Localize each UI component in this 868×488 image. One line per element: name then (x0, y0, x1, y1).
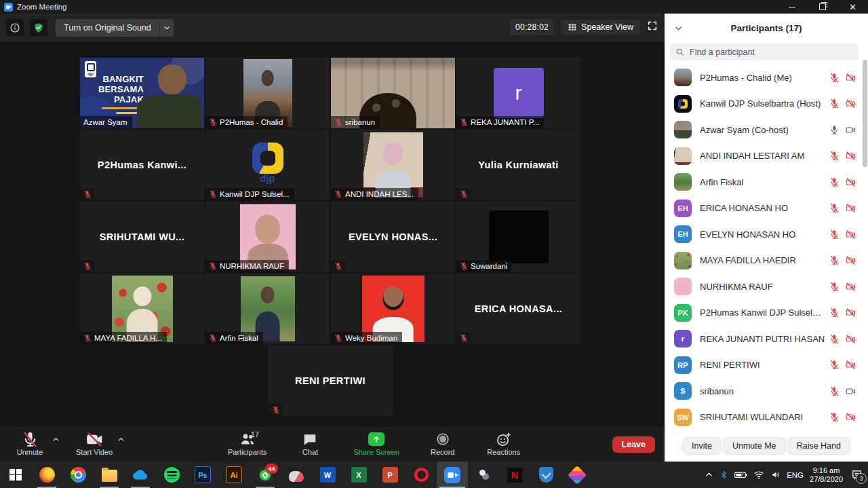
netflix-taskbar-icon[interactable]: N (499, 462, 530, 488)
video-tile-maya-fadilla-h[interactable]: MAYA FADILLA H... (80, 274, 204, 344)
participant-row-azwar-syam-co-host[interactable]: Azwar Syam (Co-host) (665, 117, 863, 143)
paint-tool-taskbar-icon[interactable] (281, 462, 312, 488)
participant-row-p2humas-kanwil-djp-sulselbartra[interactable]: PKP2Humas Kanwil DJP Sulselbartra (665, 300, 863, 326)
video-tile-arfin-fiskal[interactable]: Arfin Fiskal (205, 274, 330, 344)
unmute-button[interactable]: Unmute (9, 430, 50, 457)
spotify-taskbar-icon[interactable] (156, 462, 187, 488)
zoom-taskbar-icon[interactable] (437, 462, 468, 488)
original-sound-dropdown[interactable] (159, 19, 174, 37)
file-explorer-taskbar-icon[interactable] (94, 462, 125, 488)
close-button[interactable]: ✕ (837, 0, 868, 14)
letter-avatar: r (494, 68, 544, 118)
mute-indicator (456, 188, 471, 200)
illustrator-taskbar-icon[interactable]: Ai (218, 462, 250, 488)
taskbar-clock[interactable]: 9:16 am 27/8/2020 (810, 466, 843, 484)
video-tile-kanwil-djp-sulsel[interactable]: djpKanwil DJP Sulsel... (205, 130, 330, 200)
video-tile-p2humas-chalid[interactable]: P2Humas - Chalid (205, 58, 330, 128)
participant-name: SRIHUTAMI WULANDARI (700, 412, 825, 422)
participant-row-srihutami-wulandari[interactable]: SWSRIHUTAMI WULANDARI (665, 405, 863, 431)
record-button[interactable]: Record (422, 430, 463, 457)
participant-row-sribanun[interactable]: Ssribanun (665, 378, 863, 405)
design-app-taskbar-icon[interactable] (561, 462, 593, 488)
participant-row-maya-fadilla-haedir[interactable]: MAYA FADILLA HAEDIR (665, 248, 863, 274)
leave-button[interactable]: Leave (612, 436, 655, 453)
name-tag: NURHIKMA RAUF (205, 260, 289, 272)
video-tile-srihutami-wu[interactable]: SRIHUTAMI WU... (80, 202, 204, 272)
collapse-panel-icon[interactable] (674, 23, 683, 35)
mic-off-icon (829, 386, 840, 396)
search-input[interactable] (688, 47, 853, 58)
battery-icon[interactable] (734, 470, 747, 479)
status-icons (829, 151, 856, 161)
tray-expand-icon[interactable] (705, 470, 713, 479)
video-tile-suwardani[interactable]: Suwardani (456, 202, 580, 272)
video-tile-erica-honasa[interactable]: ERICA HONASA... (456, 274, 580, 344)
participant-row-erica-honasan-ho[interactable]: EHERICA HONASAN HO (665, 195, 863, 222)
participant-search-box[interactable] (670, 43, 859, 60)
notification-center-icon[interactable]: 3 (849, 468, 864, 483)
volume-icon[interactable] (770, 470, 781, 479)
word-taskbar-icon[interactable]: W (312, 462, 343, 488)
status-icons (829, 73, 856, 83)
video-tile-p2humas-kanwi[interactable]: P2Humas Kanwi... (80, 130, 204, 200)
participant-name: Arfin Fiskal (700, 177, 825, 187)
video-tile-nurhikma-rauf[interactable]: NURHIKMA RAUF (205, 202, 330, 272)
participant-row-reka-junanti-putri-hasan[interactable]: rREKA JUNANTI PUTRI HASAN (665, 326, 863, 352)
chevron-up-icon[interactable] (52, 434, 60, 446)
panel-scrollbar[interactable] (863, 60, 867, 167)
video-tile-evelyn-honas[interactable]: EVELYN HONAS... (331, 202, 455, 272)
chat-button[interactable]: Chat (290, 430, 330, 457)
video-tile-sribanun[interactable]: sribanun (331, 58, 455, 128)
participant-row-nurhikma-rauf[interactable]: NURHIKMA RAUF (665, 274, 863, 300)
name-tag: Suwardani (456, 260, 512, 272)
reactions-button[interactable]: Reactions (484, 430, 524, 457)
participant-name: ERICA HONASAN HO (700, 203, 825, 213)
minimize-button[interactable] (776, 0, 807, 14)
chevron-up-icon[interactable] (117, 434, 125, 446)
video-tile-reni-pertiwi[interactable]: RENI PERTIWI (269, 345, 393, 416)
invite-button[interactable]: Invite (682, 437, 722, 455)
chrome-taskbar-icon[interactable] (62, 462, 94, 488)
opera-taskbar-icon[interactable] (406, 462, 437, 488)
participant-row-evelyn-honasan-ho[interactable]: EHEVELYN HONASAN HO (665, 221, 863, 248)
participant-row-arfin-fiskal[interactable]: Arfin Fiskal (665, 169, 863, 195)
raise-hand-button[interactable]: Raise Hand (787, 437, 850, 455)
obs-taskbar-icon[interactable] (468, 462, 499, 488)
powerpoint-taskbar-icon[interactable]: P (374, 462, 406, 488)
video-tile-andi-indah-les[interactable]: ANDI INDAH LES... (331, 130, 455, 200)
unmute-me-button[interactable]: Unmute Me (723, 437, 786, 455)
participant-row-reni-pertiwi[interactable]: RPRENI PERTIWI (665, 352, 863, 379)
video-tile-weky-budiman[interactable]: Weky Budiman (331, 274, 455, 344)
original-sound-button[interactable]: Turn on Original Sound (56, 19, 174, 37)
video-tile-yulia-kurniawati[interactable]: Yulia Kurniawati (456, 130, 580, 200)
meeting-info-button[interactable] (6, 19, 24, 37)
share-screen-button[interactable]: Share Screen (351, 430, 401, 457)
security-shield-icon[interactable] (30, 19, 47, 37)
excel-taskbar-icon[interactable]: X (343, 462, 374, 488)
participant-row-kanwil-djp-sulselbartra-host[interactable]: Kanwil DJP Sulselbartra (Host) (665, 91, 863, 117)
bluetooth-icon[interactable] (719, 470, 728, 480)
firefox-taskbar-icon[interactable] (31, 462, 62, 488)
whatsapp-taskbar-icon[interactable]: 44 (250, 462, 281, 488)
participant-name: P2Humas Kanwil DJP Sulselbartra (700, 307, 825, 318)
original-sound-label[interactable]: Turn on Original Sound (56, 19, 159, 37)
participants-button[interactable]: 17Participants (225, 430, 269, 457)
video-tile-reka-junanti-p[interactable]: rREKA JUNANTI P... (456, 58, 580, 128)
participant-row-andi-indah-lestari-am[interactable]: ANDI INDAH LESTARI AM (665, 143, 863, 170)
participant-row-p2humas-chalid-me[interactable]: P2Humas - Chalid (Me) (665, 64, 863, 91)
video-off-icon (846, 177, 856, 187)
photoshop-taskbar-icon[interactable]: Ps (187, 462, 218, 488)
speaker-view-button[interactable]: Speaker View (561, 20, 640, 35)
smiley-plus-icon (496, 431, 511, 447)
security-app-taskbar-icon[interactable] (530, 462, 561, 488)
name-tag: Azwar Syam (80, 116, 132, 128)
maximize-button[interactable] (807, 0, 837, 14)
video-tile-azwar-syam[interactable]: djpBANGKITBERSAMAPAJAKAzwar Syam (80, 58, 204, 128)
fullscreen-button[interactable] (647, 20, 658, 34)
start-taskbar-icon[interactable] (0, 462, 31, 488)
language-indicator[interactable]: ENG (787, 471, 804, 479)
onedrive-taskbar-icon[interactable] (125, 462, 156, 488)
name-tag: MAYA FADILLA H... (80, 332, 167, 344)
start-video-button[interactable]: Start Video (73, 430, 115, 457)
wifi-icon[interactable] (753, 470, 764, 479)
